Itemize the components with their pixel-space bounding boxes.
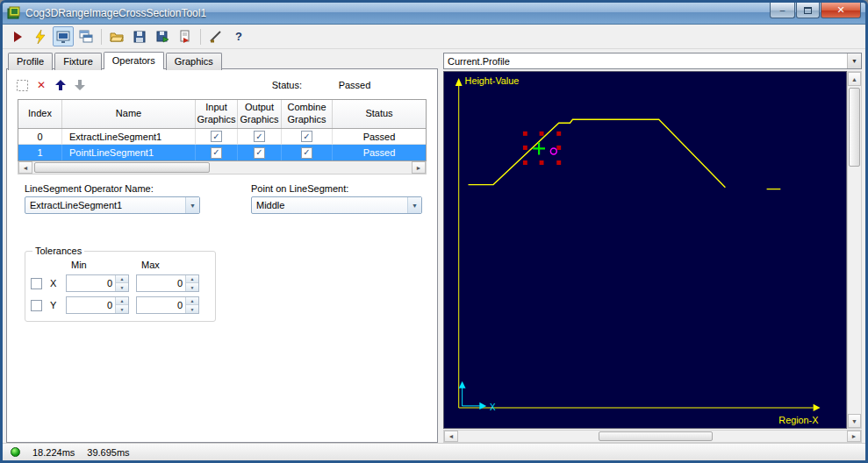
minimize-icon: – (780, 5, 786, 15)
spin-down-button[interactable]: ▼ (116, 283, 128, 291)
delete-operator-button[interactable]: ✕ (32, 75, 51, 95)
selection-handle[interactable] (556, 160, 561, 165)
chart-vscrollbar[interactable]: ▲ ▼ (847, 71, 862, 429)
combine-graphics-checkbox[interactable]: ✓ (301, 147, 312, 159)
tolerances-legend: Tolerances (32, 246, 84, 256)
move-up-button[interactable] (51, 75, 70, 95)
spin-up-button[interactable]: ▲ (186, 297, 198, 305)
spin-down-button[interactable]: ▼ (186, 305, 198, 313)
tolerance-y-max-spinner[interactable]: 0 ▲▼ (136, 296, 199, 314)
combine-graphics-checkbox[interactable]: ✓ (301, 131, 312, 142)
row-index: 1 (18, 145, 62, 160)
input-graphics-checkbox[interactable]: ✓ (211, 147, 222, 159)
tab-fixture[interactable]: Fixture (54, 53, 102, 70)
table-row[interactable]: 1PointLineSegment1✓✓✓Passed (18, 145, 426, 160)
tolerance-x-max-spinner[interactable]: 0 ▲▼ (136, 274, 199, 292)
column-header-input-graphics[interactable]: Input Graphics (196, 100, 238, 128)
scroll-thumb[interactable] (599, 431, 713, 441)
open-file-button[interactable] (106, 26, 127, 46)
spin-up-button[interactable]: ▲ (116, 297, 128, 305)
spin-up-button[interactable]: ▲ (116, 275, 128, 283)
tolerance-x-min-spinner[interactable]: 0 ▲▼ (66, 274, 129, 292)
operators-tbody: 0ExtractLineSegment1✓✓✓Passed1PointLineS… (18, 129, 426, 160)
tab-operators[interactable]: Operators (104, 52, 164, 69)
selection-handle[interactable] (523, 160, 527, 165)
operators-tab-body: ✕ Status: Passed Index Name Input (6, 68, 438, 443)
selection-handle[interactable] (556, 146, 561, 150)
tolerance-y-checkbox[interactable] (31, 300, 42, 311)
chart-row: Height-Value Region-X X ▲ ▼ (443, 71, 862, 429)
scroll-track[interactable] (848, 86, 861, 414)
tolerance-x-checkbox[interactable] (31, 278, 42, 289)
measure-button[interactable] (205, 26, 226, 46)
spin-down-button[interactable]: ▼ (186, 283, 198, 291)
close-button[interactable]: ✕ (821, 3, 861, 18)
selection-handle[interactable] (540, 160, 544, 165)
column-header-output-graphics[interactable]: Output Graphics (238, 100, 282, 128)
left-pane: Profile Fixture Operators Graphics ✕ (6, 51, 438, 443)
right-pane: Current.Profile ▼ Height-Value Region-X (443, 51, 862, 443)
scroll-right-button[interactable]: ► (847, 431, 861, 442)
save-file-button[interactable] (129, 26, 150, 46)
point-on-segment-field: Point on LineSegment: Middle ▼ (251, 183, 422, 214)
import-button[interactable] (175, 26, 196, 46)
scroll-thumb[interactable] (34, 162, 210, 173)
scroll-thumb[interactable] (849, 88, 860, 167)
chevron-down-icon[interactable]: ▼ (185, 197, 199, 213)
save-results-button[interactable] (152, 26, 173, 46)
window-controls: – ✕ (770, 3, 861, 18)
scroll-up-button[interactable]: ▲ (848, 72, 861, 86)
operator-name-combobox[interactable]: ExtractLineSegment1 ▼ (25, 196, 200, 214)
selection-handle[interactable] (523, 132, 527, 136)
output-graphics-checkbox[interactable]: ✓ (254, 131, 265, 142)
tab-graphics[interactable]: Graphics (166, 53, 222, 70)
operator-name-field: LineSegment Operator Name: ExtractLineSe… (25, 183, 200, 214)
electric-run-button[interactable] (30, 26, 51, 46)
operators-table: Index Name Input Graphics Output Graphic… (18, 99, 427, 161)
new-operator-button[interactable] (12, 75, 32, 95)
tolerance-x-label: X (50, 278, 66, 288)
selection-handle[interactable] (556, 132, 561, 136)
minimize-button[interactable]: – (770, 3, 795, 18)
profile-selector-value: Current.Profile (444, 56, 847, 67)
live-display-toggle[interactable] (53, 26, 74, 46)
scroll-left-button[interactable]: ◄ (444, 431, 458, 442)
table-row[interactable]: 0ExtractLineSegment1✓✓✓Passed (18, 129, 426, 145)
scroll-track[interactable] (458, 431, 847, 442)
status-bar: 18.224ms 39.695ms (3, 443, 865, 460)
spin-down-button[interactable]: ▼ (116, 305, 128, 313)
help-button[interactable]: ? (228, 26, 249, 46)
point-on-segment-combobox[interactable]: Middle ▼ (251, 196, 422, 214)
output-graphics-checkbox[interactable]: ✓ (254, 147, 265, 159)
scroll-left-icon: ◄ (448, 433, 455, 439)
chevron-down-icon[interactable]: ▼ (847, 53, 861, 68)
scroll-down-button[interactable]: ▼ (848, 414, 861, 428)
column-header-status[interactable]: Status (333, 100, 426, 128)
scroll-track[interactable] (32, 161, 412, 174)
circle-marker[interactable] (550, 148, 556, 154)
input-graphics-checkbox[interactable]: ✓ (211, 131, 222, 142)
profile-chart[interactable]: Height-Value Region-X X (443, 71, 847, 429)
profile-selector-combobox[interactable]: Current.Profile ▼ (443, 53, 862, 69)
run-button[interactable] (7, 26, 28, 46)
column-header-name[interactable]: Name (62, 100, 196, 128)
chart-hscrollbar[interactable]: ◄ ► (443, 430, 862, 443)
result-window-button[interactable] (75, 26, 97, 46)
table-hscrollbar[interactable]: ◄ ► (18, 161, 427, 175)
point-on-segment-label: Point on LineSegment: (251, 183, 422, 194)
chevron-down-icon[interactable]: ▼ (407, 197, 421, 213)
row-status: Passed (333, 145, 426, 160)
scroll-right-button[interactable]: ► (412, 161, 426, 174)
selection-handle[interactable] (523, 146, 527, 150)
selection-handle[interactable] (540, 132, 544, 136)
row-name: PointLineSegment1 (62, 145, 196, 160)
spin-up-button[interactable]: ▲ (186, 275, 198, 283)
tolerance-y-min-spinner[interactable]: 0 ▲▼ (66, 296, 129, 314)
display-icon (56, 30, 70, 44)
scroll-left-button[interactable]: ◄ (18, 161, 32, 174)
column-header-combine-graphics[interactable]: Combine Graphics (282, 100, 333, 128)
move-down-button[interactable] (70, 75, 90, 95)
tab-profile[interactable]: Profile (8, 53, 53, 70)
column-header-index[interactable]: Index (18, 100, 62, 128)
maximize-button[interactable] (796, 3, 820, 18)
